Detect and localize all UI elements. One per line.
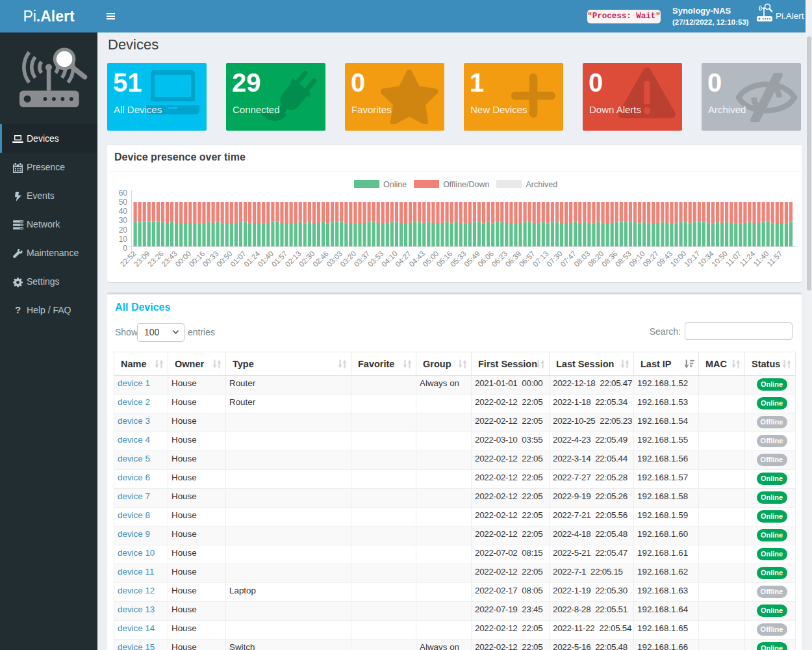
svg-text:11:07: 11:07 [724,250,742,268]
svg-text:30: 30 [119,216,128,225]
svg-text:10:50: 10:50 [710,250,729,268]
svg-text:60: 60 [119,188,128,198]
svg-text:10: 10 [119,235,128,244]
svg-text:11:40: 11:40 [752,250,770,268]
svg-text:50: 50 [119,198,128,207]
svg-text:11:57: 11:57 [766,250,784,268]
svg-text:0: 0 [123,244,127,253]
svg-text:40: 40 [119,207,128,216]
svg-text:20: 20 [119,226,128,235]
